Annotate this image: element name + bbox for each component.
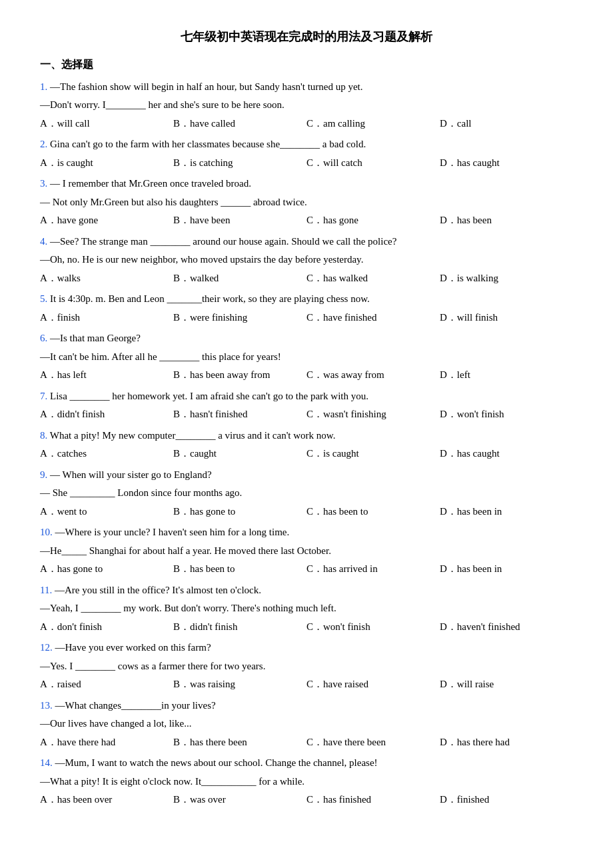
option-a: A．went to (40, 503, 173, 521)
options-line: A．has leftB．has been away fromC．was away… (40, 367, 573, 384)
option-b: B．hasn't finished (173, 406, 306, 423)
question-line: —What a pity! It is eight o'clock now. I… (40, 773, 573, 791)
option-c: C．has finished (306, 791, 440, 809)
question-block: 8. What a pity! My new computer________ … (40, 427, 573, 463)
option-c: C．have there been (306, 734, 440, 751)
question-text: —Mum, I want to watch the news about our… (55, 757, 378, 768)
options-line: A．raisedB．was raisingC．have raisedD．will… (40, 676, 573, 693)
question-line: 9. — When will your sister go to England… (40, 467, 573, 484)
question-block: 2. Gina can't go to the farm with her cl… (40, 136, 573, 171)
option-a: A．don't finish (40, 619, 173, 636)
options-line: A．didn't finishB．hasn't finishedC．wasn't… (40, 406, 573, 423)
question-number: 3. (40, 178, 50, 189)
option-c: C．won't finish (306, 619, 440, 636)
question-line: 13. —What changes________in your lives? (40, 697, 573, 715)
question-block: 13. —What changes________in your lives?—… (40, 697, 573, 751)
question-number: 9. (40, 469, 50, 480)
option-a: A．catches (40, 445, 173, 463)
question-line: 12. —Have you ever worked on this farm? (40, 639, 573, 657)
options-line: A．has gone toB．has been toC．has arrived … (40, 561, 573, 578)
page-title: 七年级初中英语现在完成时的用法及习题及解析 (40, 27, 573, 47)
question-text: What a pity! My new computer________ a v… (50, 430, 336, 441)
question-block: 10. —Where is your uncle? I haven't seen… (40, 524, 573, 578)
option-d: D．will finish (440, 309, 573, 327)
question-line: —It can't be him. After all he ________ … (40, 349, 573, 366)
question-line: —Oh, no. He is our new neighbor, who mov… (40, 251, 573, 269)
options-line: A．will callB．have calledC．am callingD．ca… (40, 115, 573, 133)
option-c: C．have finished (306, 309, 440, 327)
option-d: D．has caught (440, 155, 573, 172)
option-c: C．has been to (306, 503, 440, 521)
question-block: 9. — When will your sister go to England… (40, 467, 573, 521)
question-block: 12. —Have you ever worked on this farm?—… (40, 639, 573, 693)
option-b: B．has been away from (173, 367, 306, 384)
option-d: D．finished (440, 791, 573, 809)
options-line: A．went toB．has gone toC．has been toD．has… (40, 503, 573, 521)
option-c: C．is caught (306, 445, 440, 463)
option-a: A．didn't finish (40, 406, 173, 423)
question-text: —Is that man George? (50, 333, 141, 343)
question-text: Lisa ________ her homework yet. I am afr… (50, 391, 368, 401)
option-a: A．has been over (40, 791, 173, 809)
question-number: 12. (40, 642, 55, 653)
question-number: 11. (40, 585, 55, 595)
question-block: 7. Lisa ________ her homework yet. I am … (40, 388, 573, 423)
question-line: 3. — I remember that Mr.Green once trave… (40, 175, 573, 193)
option-d: D．has caught (440, 445, 573, 463)
option-a: A．is caught (40, 155, 173, 172)
option-b: B．is catching (173, 155, 306, 172)
question-block: 6. —Is that man George?—It can't be him.… (40, 330, 573, 384)
question-text: — I remember that Mr.Green once traveled… (50, 178, 251, 189)
option-c: C．has gone (306, 212, 440, 229)
option-d: D．won't finish (440, 406, 573, 423)
options-line: A．has been overB．was overC．has finishedD… (40, 791, 573, 809)
question-block: 3. — I remember that Mr.Green once trave… (40, 175, 573, 229)
question-block: 14. —Mum, I want to watch the news about… (40, 755, 573, 809)
question-line: 14. —Mum, I want to watch the news about… (40, 755, 573, 772)
option-a: A．walks (40, 270, 173, 287)
option-b: B．has gone to (173, 503, 306, 521)
question-number: 4. (40, 236, 50, 247)
option-d: D．has been (440, 212, 573, 229)
options-line: A．finishB．were finishingC．have finishedD… (40, 309, 573, 327)
option-c: C．has walked (306, 270, 440, 287)
question-number: 6. (40, 333, 50, 343)
question-line: 8. What a pity! My new computer________ … (40, 427, 573, 445)
option-a: A．raised (40, 676, 173, 693)
question-text: —Are you still in the office? It's almos… (55, 585, 261, 595)
question-text: —Where is your uncle? I haven't seen him… (55, 527, 290, 537)
question-number: 10. (40, 527, 55, 537)
option-d: D．haven't finished (440, 619, 573, 636)
options-line: A．have goneB．have beenC．has goneD．has be… (40, 212, 573, 229)
option-a: A．will call (40, 115, 173, 133)
option-b: B．was over (173, 791, 306, 809)
options-line: A．don't finishB．didn't finishC．won't fin… (40, 619, 573, 636)
option-d: D．has there had (440, 734, 573, 751)
option-b: B．didn't finish (173, 619, 306, 636)
question-line: 2. Gina can't go to the farm with her cl… (40, 136, 573, 153)
question-line: —Yeah, I ________ my work. But don't wor… (40, 600, 573, 617)
question-line: 6. —Is that man George? (40, 330, 573, 347)
question-text: —See? The strange man ________ around ou… (50, 236, 396, 247)
option-d: D．has been in (440, 503, 573, 521)
question-number: 14. (40, 757, 55, 768)
option-b: B．were finishing (173, 309, 306, 327)
option-c: C．was away from (306, 367, 440, 384)
option-b: B．have called (173, 115, 306, 133)
options-line: A．walksB．walkedC．has walkedD．is walking (40, 270, 573, 287)
question-block: 11. —Are you still in the office? It's a… (40, 582, 573, 636)
option-d: D．is walking (440, 270, 573, 287)
option-a: A．have gone (40, 212, 173, 229)
options-line: A．have there hadB．has there beenC．have t… (40, 734, 573, 751)
question-line: —Don't worry. I________ her and she's su… (40, 97, 573, 114)
question-number: 1. (40, 81, 50, 92)
option-a: A．has left (40, 367, 173, 384)
question-line: 11. —Are you still in the office? It's a… (40, 582, 573, 599)
option-c: C．will catch (306, 155, 440, 172)
option-b: B．has there been (173, 734, 306, 751)
option-d: D．has been in (440, 561, 573, 578)
question-text: —The fashion show will begin in half an … (50, 81, 363, 92)
question-number: 2. (40, 139, 50, 149)
options-line: A．is caughtB．is catchingC．will catchD．ha… (40, 155, 573, 172)
question-text: —Have you ever worked on this farm? (55, 642, 211, 653)
